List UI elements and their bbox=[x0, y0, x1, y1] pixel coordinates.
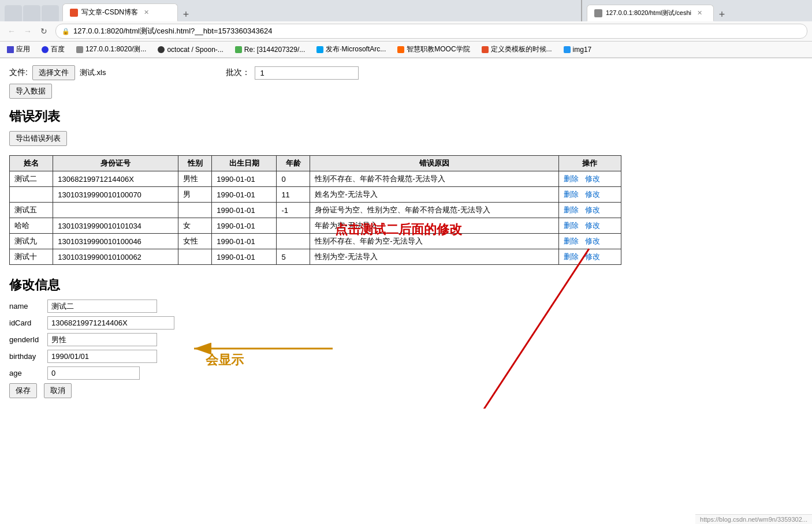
forward-btn[interactable]: → bbox=[21, 24, 35, 38]
cell-birthday: 1990-01-01 bbox=[212, 218, 277, 234]
table-row: 测试十 13010319990010100062 1990-01-01 5 性别… bbox=[10, 249, 621, 265]
bookmark-octocat[interactable]: octocat / Spoon-... bbox=[155, 44, 225, 55]
table-row: 测试二 13068219971214406X 男性 1990-01-01 0 性… bbox=[10, 171, 621, 187]
gender-input[interactable] bbox=[47, 333, 157, 346]
edit-section: 修改信息 name idCard genderId birthday bbox=[9, 276, 626, 398]
form-action-row: 保存 取消 bbox=[9, 383, 626, 398]
cell-idcard: 13010319990010100062 bbox=[53, 249, 178, 265]
edit-link[interactable]: 修改 bbox=[585, 221, 600, 230]
bookmark-mooc[interactable]: 智慧职教MOOC学院 bbox=[395, 43, 472, 55]
bookmark-local-label: 127.0.0.1:8020/测... bbox=[85, 44, 146, 54]
bookmark-apps-label: 应用 bbox=[16, 44, 30, 54]
save-btn[interactable]: 保存 bbox=[9, 383, 37, 398]
birthday-label: birthday bbox=[9, 352, 44, 361]
file-label: 文件: bbox=[9, 68, 28, 78]
edit-link[interactable]: 修改 bbox=[585, 190, 600, 199]
age-input[interactable] bbox=[47, 366, 140, 380]
cell-gender: 女性 bbox=[178, 234, 212, 249]
cell-idcard: 13010319990010100046 bbox=[53, 234, 178, 249]
cell-age bbox=[277, 234, 310, 249]
th-actions: 操作 bbox=[558, 156, 621, 171]
bookmark-re[interactable]: Re: [3144207329/... bbox=[233, 44, 307, 55]
age-label: age bbox=[9, 369, 44, 377]
delete-link[interactable]: 删除 bbox=[564, 252, 579, 261]
right-new-tab-btn[interactable]: + bbox=[715, 8, 729, 21]
bookmark-baidu[interactable]: 百度 bbox=[39, 43, 67, 55]
table-row: 13010319990010100070 男 1990-01-01 11 姓名为… bbox=[10, 187, 621, 203]
local-icon bbox=[76, 46, 83, 53]
ms-icon bbox=[316, 46, 323, 53]
bookmark-octocat-label: octocat / Spoon-... bbox=[167, 46, 223, 54]
import-btn[interactable]: 导入数据 bbox=[9, 84, 52, 99]
cell-name: 测试五 bbox=[10, 203, 53, 218]
new-tab-btn[interactable]: + bbox=[179, 8, 193, 21]
cell-error: 身份证号为空、性别为空、年龄不符合规范-无法导入 bbox=[310, 203, 558, 218]
cell-error: 性别不存在、年龄不符合规范-无法导入 bbox=[310, 171, 558, 187]
export-error-btn[interactable]: 导出错误列表 bbox=[9, 131, 67, 146]
bookmarks-bar: 应用 百度 127.0.0.1:8020/测... octocat / Spoo… bbox=[0, 42, 812, 58]
cell-gender bbox=[178, 203, 212, 218]
birthday-input[interactable] bbox=[47, 350, 157, 363]
url-bar[interactable]: 🔒 127.0.0.1:8020/html测试/ceshi.html?__hbt… bbox=[55, 24, 807, 39]
edit-link[interactable]: 修改 bbox=[585, 252, 600, 261]
bookmark-apps[interactable]: 应用 bbox=[5, 43, 32, 55]
delete-link[interactable]: 删除 bbox=[564, 221, 579, 230]
tab-close-btn[interactable]: ✕ bbox=[144, 9, 149, 16]
error-section-title: 错误列表 bbox=[9, 108, 626, 125]
cell-age bbox=[277, 218, 310, 234]
cell-name: 测试二 bbox=[10, 171, 53, 187]
bookmark-csdn-label: 定义类模板的时候... bbox=[491, 44, 552, 54]
delete-link[interactable]: 删除 bbox=[564, 174, 579, 183]
bookmark-csdn[interactable]: 定义类模板的时候... bbox=[479, 43, 554, 55]
cell-gender: 男性 bbox=[178, 171, 212, 187]
idcard-input[interactable] bbox=[47, 316, 174, 330]
cell-age: 11 bbox=[277, 187, 310, 203]
right-tab-close-btn[interactable]: ✕ bbox=[697, 9, 702, 17]
page-content: 文件: 选择文件 测试.xls 批次： 导入数据 错误列表 导出错误列表 姓名 … bbox=[0, 58, 635, 409]
table-row: 哈哈 13010319990010101034 女 1990-01-01 年龄为… bbox=[10, 218, 621, 234]
choose-file-btn[interactable]: 选择文件 bbox=[32, 65, 75, 80]
th-age: 年龄 bbox=[277, 156, 310, 171]
back-btn[interactable]: ← bbox=[5, 24, 18, 38]
cell-idcard: 13068219971214406X bbox=[53, 171, 178, 187]
cell-actions: 删除 修改 bbox=[558, 187, 621, 203]
browser-chrome: 写文章-CSDN博客 ✕ + 127.0.0.1:8020/html测试/ces… bbox=[0, 0, 812, 58]
edit-link[interactable]: 修改 bbox=[585, 205, 600, 214]
cell-idcard bbox=[53, 203, 178, 218]
cell-gender: 女 bbox=[178, 218, 212, 234]
cell-age: 5 bbox=[277, 249, 310, 265]
form-row-name: name bbox=[9, 300, 626, 313]
baidu-icon bbox=[42, 46, 49, 53]
form-row-gender: genderId bbox=[9, 333, 626, 346]
active-tab[interactable]: 写文章-CSDN博客 ✕ bbox=[62, 3, 178, 21]
name-input[interactable] bbox=[47, 300, 157, 313]
bookmark-img[interactable]: img17 bbox=[561, 44, 594, 55]
bookmark-local[interactable]: 127.0.0.1:8020/测... bbox=[74, 43, 148, 55]
delete-link[interactable]: 删除 bbox=[564, 237, 579, 245]
github-icon bbox=[158, 46, 165, 53]
bookmark-img-label: img17 bbox=[573, 46, 592, 54]
th-error: 错误原因 bbox=[310, 156, 558, 171]
cell-idcard: 13010319990010100070 bbox=[53, 187, 178, 203]
cell-birthday: 1990-01-01 bbox=[212, 187, 277, 203]
cell-actions: 删除 修改 bbox=[558, 171, 621, 187]
delete-link[interactable]: 删除 bbox=[564, 205, 579, 214]
batch-input[interactable] bbox=[255, 66, 359, 80]
page-wrapper: 文件: 选择文件 测试.xls 批次： 导入数据 错误列表 导出错误列表 姓名 … bbox=[0, 58, 812, 409]
cancel-btn[interactable]: 取消 bbox=[44, 383, 72, 398]
refresh-btn[interactable]: ↻ bbox=[37, 24, 51, 38]
edit-link[interactable]: 修改 bbox=[585, 174, 600, 183]
edit-section-title: 修改信息 bbox=[9, 276, 626, 294]
bookmark-microsoft[interactable]: 发布·MicrosoftArc... bbox=[314, 43, 388, 55]
cell-actions: 删除 修改 bbox=[558, 249, 621, 265]
cell-name bbox=[10, 187, 53, 203]
delete-link[interactable]: 删除 bbox=[564, 190, 579, 199]
right-active-tab[interactable]: 127.0.0.1:8020/html测试/ceshi ✕ bbox=[587, 5, 714, 21]
file-name: 测试.xls bbox=[80, 68, 106, 78]
name-label: name bbox=[9, 302, 44, 310]
cell-error: 性别不存在、年龄为空-无法导入 bbox=[310, 234, 558, 249]
th-gender: 性别 bbox=[178, 156, 212, 171]
nav-buttons: ← → ↻ bbox=[5, 24, 51, 38]
csdn-tab-icon bbox=[70, 9, 78, 17]
edit-link[interactable]: 修改 bbox=[585, 237, 600, 245]
